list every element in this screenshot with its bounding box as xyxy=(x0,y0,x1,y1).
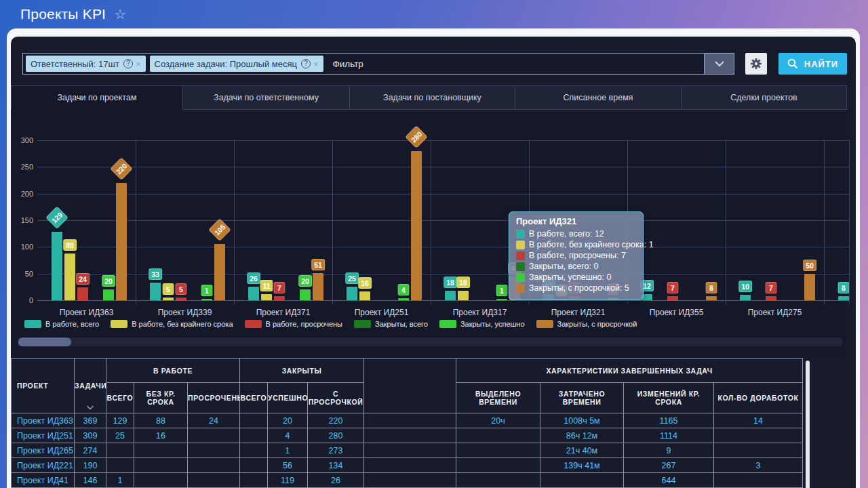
chart-bar[interactable] xyxy=(496,299,507,300)
value-cell xyxy=(240,428,268,443)
col-header-project[interactable]: ПРОЕКТ xyxy=(12,359,75,413)
close-icon[interactable]: × xyxy=(136,59,141,69)
h-scrollbar-thumb[interactable] xyxy=(18,338,71,346)
chart-bar[interactable] xyxy=(667,296,678,300)
value-cell xyxy=(456,428,540,443)
project-link-cell[interactable]: Проект ИД41 xyxy=(12,473,75,488)
chart-bar[interactable] xyxy=(52,232,62,300)
tab-project-deals[interactable]: Сделки проектов xyxy=(681,85,847,110)
chart-bar[interactable] xyxy=(445,291,456,300)
search-button-label: НАЙТИ xyxy=(804,59,838,69)
tab-tasks-by-project[interactable]: Задачи по проектам xyxy=(11,85,183,110)
tooltip-swatch xyxy=(516,241,525,249)
group-header-in-work: В РАБОТЕ xyxy=(106,359,240,383)
chart-bar[interactable] xyxy=(411,151,422,300)
col-header-success[interactable]: УСПЕШНО xyxy=(268,383,308,413)
chart-bar[interactable] xyxy=(300,289,311,300)
project-link-cell[interactable]: Проект ИД251 xyxy=(12,428,75,443)
help-circle-icon[interactable]: ? xyxy=(123,59,133,68)
project-link-cell[interactable]: Проект ИД363 xyxy=(12,413,75,428)
table-row: Проект ИД41146111926644 xyxy=(12,473,803,488)
legend-item[interactable]: Закрыты, с просрочкой xyxy=(536,320,637,328)
value-cell: 1 xyxy=(268,443,308,458)
chart-bar[interactable] xyxy=(64,253,75,300)
tab-logged-time[interactable]: Списанное время xyxy=(515,85,682,110)
settings-button[interactable] xyxy=(745,53,767,75)
chart-bar[interactable] xyxy=(150,283,161,300)
legend-item[interactable]: В работе, без крайнего срока xyxy=(111,320,233,328)
filter-chip-task-created[interactable]: Создание задачи: Прошлый месяц ? × xyxy=(150,56,323,72)
chart-bar[interactable] xyxy=(274,296,285,300)
spacer-column-header xyxy=(364,359,456,413)
favorite-star-icon[interactable]: ☆ xyxy=(114,7,126,21)
filter-dropdown-button[interactable] xyxy=(704,54,734,74)
chart-bar[interactable] xyxy=(201,299,212,300)
v-scrollbar[interactable] xyxy=(806,361,810,488)
search-button[interactable]: НАЙТИ xyxy=(778,53,847,75)
col-header-time-spent[interactable]: ЗАТРАЧЕНО ВРЕМЕНИ xyxy=(540,383,624,413)
chart-bar[interactable] xyxy=(313,273,323,300)
report-card: Ответственный: 17шт ? × Создание задачи:… xyxy=(11,37,856,488)
legend-item[interactable]: Закрыты, успешно xyxy=(439,320,525,328)
chart-tooltip: Проект ИД321 В работе, всего: 12В работе… xyxy=(509,211,644,300)
col-header-rework-count[interactable]: КОЛ-ВО ДОРАБОТОК xyxy=(714,383,803,413)
value-cell: 26 xyxy=(308,473,364,488)
legend-item[interactable]: Закрыты, всего xyxy=(354,320,428,328)
col-header-with-delay[interactable]: С ПРОСРОЧКОЙ xyxy=(308,383,364,413)
chart-bar[interactable] xyxy=(804,274,815,300)
gridline xyxy=(37,220,849,221)
legend-label: В работе, просрочены xyxy=(266,320,342,328)
chart-bar[interactable] xyxy=(261,294,272,300)
value-cell: 1 xyxy=(106,473,134,488)
y-axis-tick: 300 xyxy=(11,136,33,144)
chart-bar[interactable] xyxy=(248,287,259,300)
value-cell xyxy=(540,473,624,488)
legend-item[interactable]: В работе, просрочены xyxy=(245,320,342,328)
h-scrollbar[interactable] xyxy=(18,338,842,346)
gridline xyxy=(37,140,849,141)
value-cell xyxy=(364,428,456,443)
chart-bar[interactable] xyxy=(176,298,186,300)
chart-bar[interactable] xyxy=(398,298,409,300)
tooltip-item: В работе, просрочены: 7 xyxy=(516,251,636,260)
bar-value-badge: 1 xyxy=(201,285,213,296)
project-link-cell[interactable]: Проект ИД221 xyxy=(12,458,75,473)
chart-bar[interactable] xyxy=(706,296,717,300)
col-header-deadline-changes[interactable]: ИЗМЕНЕНИЙ КР. СРОКА xyxy=(624,383,714,413)
chart-bar[interactable] xyxy=(458,291,469,300)
col-header-time-allocated[interactable]: ВЫДЕЛЕНО ВРЕМЕНИ xyxy=(456,383,540,413)
bar-value-badge: 25 xyxy=(345,272,359,284)
chart-bar[interactable] xyxy=(116,183,127,300)
col-header-tasks[interactable]: ЗАДАЧИ xyxy=(75,359,106,413)
col-header-no-deadline[interactable]: БЕЗ КР. СРОКА xyxy=(134,383,188,413)
tab-tasks-by-creator[interactable]: Задачи по постановщику xyxy=(349,85,515,110)
chart-bar[interactable] xyxy=(163,298,174,300)
legend-label: Закрыты, всего xyxy=(375,320,428,328)
chart-bar[interactable] xyxy=(359,291,370,300)
col-header-overdue[interactable]: ПРОСРОЧЕНЫ xyxy=(188,383,240,413)
value-cell: 129 xyxy=(106,413,134,428)
filter-chip-responsible[interactable]: Ответственный: 17шт ? × xyxy=(26,56,146,72)
project-link-cell[interactable]: Проект ИД265 xyxy=(12,443,75,458)
chart-bar[interactable] xyxy=(347,287,357,300)
chart-bar[interactable] xyxy=(214,244,225,300)
chart-bar[interactable] xyxy=(766,296,776,300)
tooltip-item: Закрыты, всего: 0 xyxy=(516,262,636,271)
tooltip-swatch xyxy=(516,284,525,293)
chart-bar[interactable] xyxy=(740,295,751,300)
filter-chip-label: Ответственный: 17шт xyxy=(31,59,119,69)
col-header-work-total[interactable]: ВСЕГО xyxy=(106,383,134,413)
chart-bar[interactable] xyxy=(838,296,849,300)
help-circle-icon[interactable]: ? xyxy=(301,59,311,68)
col-header-closed-total[interactable]: ВСЕГО xyxy=(240,383,268,413)
bar-value-badge: 8 xyxy=(838,282,850,293)
legend-item[interactable]: В работе, всего xyxy=(24,320,99,328)
value-cell: 134 xyxy=(308,458,364,473)
table-row: Проект ИД36336912988242022020ч1008ч 5м11… xyxy=(12,413,803,428)
close-icon[interactable]: × xyxy=(313,59,319,69)
tab-tasks-by-responsible[interactable]: Задачи по ответственному xyxy=(182,85,350,110)
filter-input[interactable]: Ответственный: 17шт ? × Создание задачи:… xyxy=(22,53,734,75)
value-cell: 24 xyxy=(188,413,240,428)
chart-bar[interactable] xyxy=(77,287,88,300)
chart-bar[interactable] xyxy=(103,289,114,300)
